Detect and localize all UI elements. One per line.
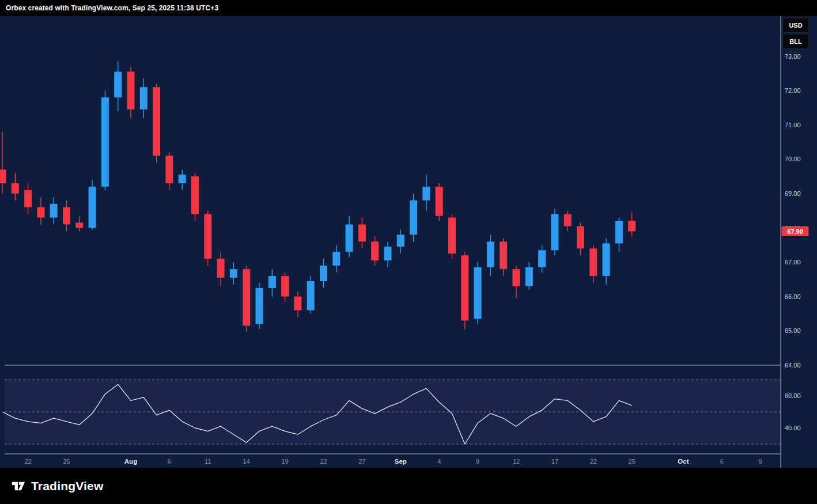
candle-body <box>332 252 340 266</box>
candle-body <box>243 269 250 325</box>
candle-body <box>551 214 558 251</box>
candle-body <box>307 281 315 310</box>
symbol-badge-currency: USD <box>782 18 809 33</box>
symbol-badge-unit: BLL <box>782 34 809 49</box>
candle-body <box>436 187 443 216</box>
symbol-badges: USD BLL <box>782 18 809 49</box>
candle-body <box>461 255 468 320</box>
candle-body <box>294 297 301 310</box>
candle-body <box>12 183 19 194</box>
chart-attribution: Orbex created with TradingView.com, Sep … <box>0 0 817 16</box>
chart-canvas[interactable]: 64.0065.0066.0067.0068.0069.0070.0071.00… <box>0 0 817 468</box>
candle-body <box>127 71 135 109</box>
candle-body <box>191 176 199 214</box>
candle-body <box>0 169 6 183</box>
candle-body <box>513 269 520 286</box>
candle-body <box>628 221 636 232</box>
candle-body <box>500 241 507 269</box>
candle-body <box>474 267 482 319</box>
candle-body <box>24 190 32 207</box>
candle-body <box>204 214 211 259</box>
candle-body <box>448 218 456 254</box>
candle-body <box>165 156 173 183</box>
footer-bar: TradingView <box>0 468 817 504</box>
candle-body <box>603 243 610 276</box>
time-axis[interactable] <box>0 454 781 468</box>
price-axis[interactable] <box>781 16 817 454</box>
price-pane[interactable] <box>5 16 781 365</box>
candle-body <box>320 266 327 281</box>
candle-body <box>615 221 623 244</box>
candle-body <box>358 225 366 242</box>
candle-body <box>101 97 109 187</box>
candle-body <box>50 204 58 218</box>
candle-body <box>397 235 404 247</box>
candle-body <box>89 187 96 228</box>
candle-body <box>268 276 276 288</box>
candle-body <box>422 187 430 200</box>
candle-body <box>371 241 379 260</box>
candle-body <box>153 87 160 156</box>
candle-body <box>37 207 44 218</box>
candle-body <box>538 250 546 267</box>
tradingview-logo-icon[interactable] <box>10 478 26 494</box>
candle-body <box>487 241 494 267</box>
tradingview-wordmark[interactable]: TradingView <box>31 479 104 493</box>
candle-body <box>577 226 584 249</box>
candle-body <box>114 71 122 97</box>
candle-body <box>140 87 147 109</box>
candle-body <box>525 267 533 286</box>
candle-body <box>346 225 353 252</box>
candle-body <box>217 259 225 278</box>
candle-body <box>564 214 572 226</box>
chart-window: Orbex created with TradingView.com, Sep … <box>0 0 817 504</box>
candle-body <box>63 207 70 225</box>
candle-body <box>384 247 392 260</box>
candle-body <box>75 223 83 228</box>
candle-body <box>256 288 263 324</box>
candle-body <box>230 269 237 278</box>
candle-body <box>410 200 417 235</box>
candle-body <box>589 248 597 276</box>
candle-body <box>281 276 289 297</box>
candle-body <box>179 175 186 183</box>
